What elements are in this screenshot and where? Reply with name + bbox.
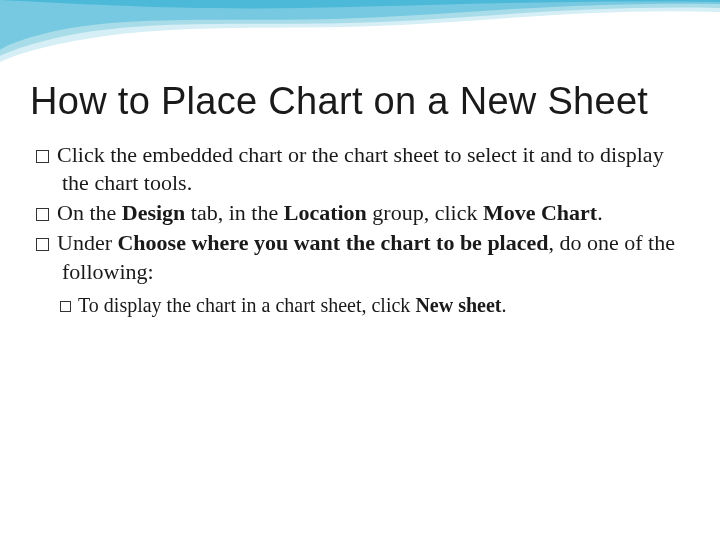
- square-bullet-icon: [36, 208, 49, 221]
- wave-icon: [0, 0, 720, 70]
- bullet-item: To display the chart in a chart sheet, c…: [60, 292, 690, 318]
- text-run: Location: [284, 200, 367, 225]
- square-bullet-icon: [60, 301, 71, 312]
- slide-content: How to Place Chart on a New Sheet Click …: [30, 80, 690, 318]
- bullet-item: Under Choose where you want the chart to…: [36, 229, 690, 285]
- decorative-wave: [0, 0, 720, 70]
- bullet-item: On the Design tab, in the Location group…: [36, 199, 690, 227]
- text-run: On the: [57, 200, 122, 225]
- square-bullet-icon: [36, 150, 49, 163]
- text-run: group, click: [367, 200, 483, 225]
- text-run: New sheet: [415, 294, 501, 316]
- text-run: Click the embedded chart or the chart sh…: [57, 142, 664, 195]
- text-run: tab, in the: [185, 200, 283, 225]
- text-run: Choose where you want the chart to be pl…: [117, 230, 548, 255]
- text-run: Design: [122, 200, 186, 225]
- text-run: To display the chart in a chart sheet, c…: [78, 294, 415, 316]
- bullet-item: Click the embedded chart or the chart sh…: [36, 141, 690, 197]
- text-run: .: [501, 294, 506, 316]
- text-run: Under: [57, 230, 117, 255]
- text-run: .: [597, 200, 603, 225]
- square-bullet-icon: [36, 238, 49, 251]
- slide-title: How to Place Chart on a New Sheet: [30, 80, 690, 123]
- text-run: Move Chart: [483, 200, 597, 225]
- bullet-list: Click the embedded chart or the chart sh…: [30, 141, 690, 318]
